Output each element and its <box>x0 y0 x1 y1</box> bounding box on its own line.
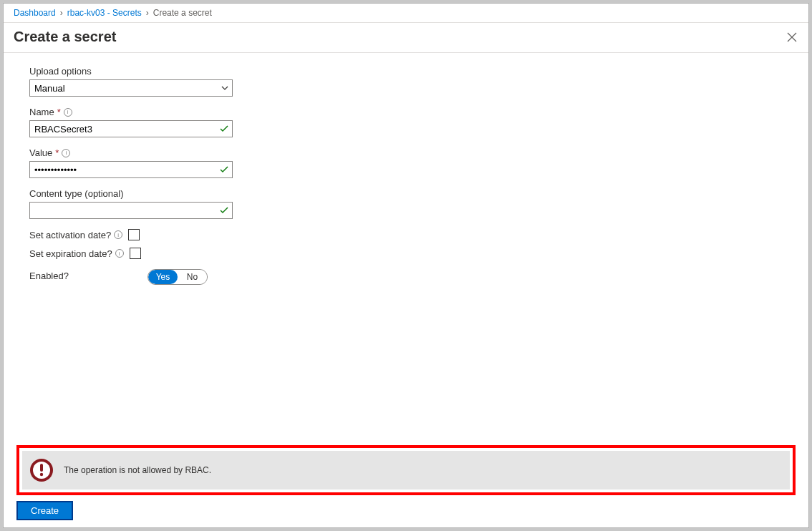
error-icon <box>29 458 54 482</box>
error-highlight: The operation is not allowed by RBAC. <box>16 445 796 495</box>
field-enabled: Enabled? Yes No <box>29 269 783 285</box>
title-bar: Create a secret <box>4 23 808 53</box>
field-activation-date: Set activation date? i <box>29 229 783 240</box>
label-name: Name * i <box>29 107 783 117</box>
svg-point-3 <box>40 473 43 476</box>
label-value: Value * i <box>29 147 783 158</box>
expiration-date-checkbox[interactable] <box>130 248 141 259</box>
toggle-yes[interactable]: Yes <box>148 270 178 284</box>
label-expiration-date: Set expiration date? <box>29 248 112 259</box>
info-icon[interactable]: i <box>62 149 70 157</box>
label-enabled: Enabled? <box>29 271 69 281</box>
value-input[interactable] <box>29 161 233 178</box>
breadcrumb: Dashboard › rbac-kv03 - Secrets › Create… <box>4 4 808 23</box>
create-button[interactable]: Create <box>16 501 73 520</box>
breadcrumb-link-secrets[interactable]: rbac-kv03 - Secrets <box>67 8 142 18</box>
chevron-right-icon: › <box>146 8 149 18</box>
upload-options-select[interactable]: Manual <box>29 79 233 97</box>
required-indicator: * <box>55 147 59 158</box>
required-indicator: * <box>57 107 61 117</box>
field-content-type: Content type (optional) <box>29 188 783 219</box>
enabled-toggle[interactable]: Yes No <box>148 269 208 285</box>
form-area: Upload options Manual Name * i Value <box>4 53 808 439</box>
label-activation-date: Set activation date? <box>29 230 111 240</box>
info-icon[interactable]: i <box>114 230 122 239</box>
toggle-no[interactable]: No <box>178 270 207 284</box>
field-value: Value * i <box>29 147 783 178</box>
chevron-right-icon: › <box>60 8 63 18</box>
name-input[interactable] <box>29 120 233 137</box>
info-icon[interactable]: i <box>64 108 72 117</box>
breadcrumb-link-dashboard[interactable]: Dashboard <box>14 8 56 18</box>
field-upload-options: Upload options Manual <box>29 66 783 97</box>
breadcrumb-current: Create a secret <box>153 8 212 18</box>
close-button[interactable] <box>786 31 798 44</box>
field-expiration-date: Set expiration date? i <box>29 248 783 259</box>
activation-date-checkbox[interactable] <box>128 229 140 240</box>
page-title: Create a secret <box>14 29 116 45</box>
svg-rect-2 <box>40 464 43 472</box>
info-icon[interactable]: i <box>115 249 124 258</box>
content-type-input[interactable] <box>29 202 233 219</box>
close-icon <box>787 32 797 42</box>
error-message: The operation is not allowed by RBAC. <box>64 465 211 475</box>
footer: The operation is not allowed by RBAC. Cr… <box>4 439 808 527</box>
error-banner: The operation is not allowed by RBAC. <box>22 451 790 489</box>
field-name: Name * i <box>29 107 783 137</box>
create-secret-blade: Dashboard › rbac-kv03 - Secrets › Create… <box>3 3 809 528</box>
label-content-type: Content type (optional) <box>29 188 783 199</box>
label-upload-options: Upload options <box>29 66 783 77</box>
